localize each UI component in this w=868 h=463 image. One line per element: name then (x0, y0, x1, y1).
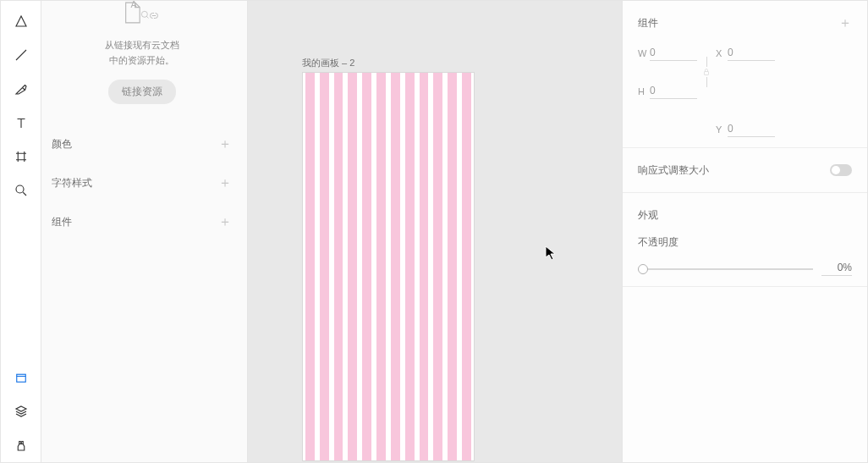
canvas[interactable]: 我的画板 – 2 (248, 1, 622, 462)
responsive-toggle[interactable] (830, 164, 852, 176)
opacity-label: 不透明度 (638, 235, 852, 250)
assets-empty-state: A 从链接现有云文档 中的资源开始。 链接资源 (52, 1, 232, 124)
x-input[interactable]: 0 (728, 45, 775, 61)
link-assets-button[interactable]: 链接资源 (108, 80, 176, 104)
transform-grid: W 0 X 0 H 0 Y 0 (638, 45, 852, 137)
add-component-button[interactable]: ＋ (218, 213, 232, 231)
assets-hint-line2: 中的资源开始。 (52, 53, 232, 69)
char-styles-section: 字符样式 ＋ (52, 163, 232, 202)
layers-tab[interactable] (1, 394, 41, 428)
y-label: Y (716, 124, 728, 135)
appearance-label: 外观 (638, 208, 658, 223)
app-root: A 从链接现有云文档 中的资源开始。 链接资源 颜色 ＋ 字符样式 ＋ 组件 ＋… (0, 0, 868, 463)
artboard-label[interactable]: 我的画板 – 2 (302, 57, 354, 69)
zoom-tool[interactable] (1, 174, 41, 207)
char-styles-label: 字符样式 (52, 176, 92, 190)
colors-section: 颜色 ＋ (52, 124, 232, 163)
opacity-slider[interactable] (638, 268, 813, 270)
components-section: 组件 ＋ (52, 202, 232, 241)
cursor-icon (545, 245, 557, 261)
line-tool[interactable] (1, 38, 41, 72)
svg-rect-3 (21, 442, 23, 444)
components-label: 组件 (52, 215, 72, 229)
artboard-tool[interactable] (1, 140, 41, 174)
svg-rect-1 (16, 374, 25, 382)
h-input[interactable]: 0 (650, 83, 697, 99)
cloud-doc-icon: A (117, 1, 168, 31)
add-component-instance-button[interactable]: ＋ (838, 14, 852, 32)
y-input[interactable]: 0 (728, 121, 775, 137)
assets-tab[interactable] (1, 361, 41, 394)
inspector-panel: 组件 ＋ W 0 X 0 H 0 Y 0 (622, 1, 867, 462)
triangle-tool[interactable] (1, 4, 41, 38)
appearance-section: 外观 不透明度 0% (623, 193, 867, 287)
h-label: H (638, 86, 650, 96)
plugins-tab[interactable] (1, 428, 41, 462)
svg-rect-2 (19, 442, 20, 444)
opacity-control: 0% (638, 262, 852, 276)
pen-tool[interactable] (1, 72, 41, 106)
component-title: 组件 (638, 16, 658, 30)
w-input[interactable]: 0 (650, 45, 697, 61)
text-tool[interactable] (1, 106, 41, 140)
add-color-button[interactable]: ＋ (218, 135, 232, 153)
assets-panel: A 从链接现有云文档 中的资源开始。 链接资源 颜色 ＋ 字符样式 ＋ 组件 ＋ (41, 1, 248, 462)
svg-point-0 (16, 185, 24, 193)
colors-label: 颜色 (52, 137, 72, 152)
opacity-value[interactable]: 0% (821, 262, 852, 276)
responsive-section: 响应式调整大小 (623, 148, 867, 193)
responsive-label: 响应式调整大小 (638, 163, 709, 178)
x-label: X (716, 48, 728, 58)
artboard[interactable] (302, 72, 475, 461)
component-section: 组件 ＋ W 0 X 0 H 0 Y 0 (623, 1, 867, 148)
tool-rail (1, 1, 41, 462)
w-label: W (638, 48, 650, 58)
lock-aspect-icon[interactable] (697, 57, 716, 87)
svg-rect-5 (705, 72, 709, 75)
assets-hint-line1: 从链接现有云文档 (52, 38, 232, 53)
add-char-style-button[interactable]: ＋ (218, 174, 232, 192)
